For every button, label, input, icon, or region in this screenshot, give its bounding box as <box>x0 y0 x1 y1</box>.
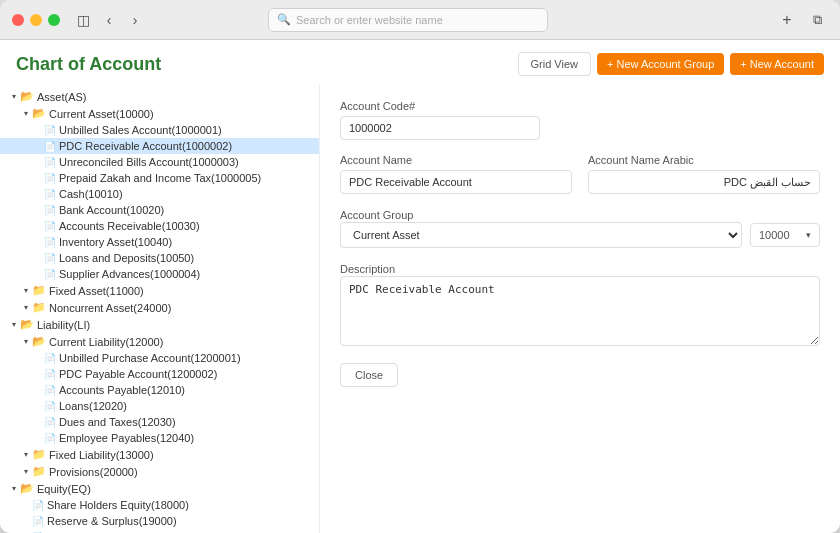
tree-item[interactable]: ▾ 📂 Current Liability(12000) <box>0 333 319 350</box>
tree-item[interactable]: ▾ 📄 PDC Receivable Account(1000002) <box>0 138 319 154</box>
close-button[interactable]: Close <box>340 363 398 387</box>
tree-label: Unreconciled Bills Account(1000003) <box>59 156 239 168</box>
address-bar[interactable]: 🔍 Search or enter website name <box>268 8 548 32</box>
tree-label: Accounts Receivable(10030) <box>59 220 200 232</box>
account-name-input[interactable] <box>340 170 572 194</box>
search-placeholder: Search or enter website name <box>296 14 443 26</box>
tree-item[interactable]: ▾ 📂 Asset(AS) <box>0 88 319 105</box>
toggle-icon[interactable]: ▾ <box>8 319 20 331</box>
toggle-icon[interactable]: ▾ <box>20 302 32 314</box>
toggle-icon[interactable]: ▾ <box>20 336 32 348</box>
file-icon: 📄 <box>44 369 56 380</box>
tree-item[interactable]: ▾ 📄 Unbilled Sales Account(1000001) <box>0 122 319 138</box>
tree-item[interactable]: ▾ 📄 Unbilled Purchase Account(1200001) <box>0 350 319 366</box>
tree-label: Prepaid Zakah and Income Tax(1000005) <box>59 172 261 184</box>
minimize-button[interactable] <box>30 14 42 26</box>
detail-panel: Account Code# Account Name Account Name … <box>320 84 840 533</box>
tree-label: Unbilled Purchase Account(1200001) <box>59 352 241 364</box>
account-name-arabic-input[interactable] <box>588 170 820 194</box>
account-group-code-value: 10000 <box>759 229 790 241</box>
file-icon: 📄 <box>44 141 56 152</box>
tree-item[interactable]: ▾ 📂 Liability(LI) <box>0 316 319 333</box>
new-account-button[interactable]: + New Account <box>730 53 824 75</box>
tree-item[interactable]: ▾ 📄 Prepaid Zakah and Income Tax(1000005… <box>0 170 319 186</box>
tree-item[interactable]: ▾ 📂 Current Asset(10000) <box>0 105 319 122</box>
tree-item[interactable]: ▾ 📄 Bank Account(10020) <box>0 202 319 218</box>
tree-label: Provisions(20000) <box>49 466 138 478</box>
forward-icon[interactable]: › <box>124 9 146 31</box>
tree-item[interactable]: ▾ 📁 Provisions(20000) <box>0 463 319 480</box>
account-name-label: Account Name <box>340 154 572 166</box>
account-code-input[interactable] <box>340 116 540 140</box>
file-icon: 📄 <box>44 385 56 396</box>
page-header: Chart of Account Grid View + New Account… <box>0 40 840 84</box>
file-icon: 📄 <box>44 417 56 428</box>
tree-item[interactable]: ▾ 📄 Cash(10010) <box>0 186 319 202</box>
account-name-row: Account Name Account Name Arabic <box>340 154 820 194</box>
back-icon[interactable]: ‹ <box>98 9 120 31</box>
main-content: Chart of Account Grid View + New Account… <box>0 40 840 533</box>
toggle-icon[interactable]: ▾ <box>8 483 20 495</box>
close-button[interactable] <box>12 14 24 26</box>
account-code-label: Account Code# <box>340 100 820 112</box>
folder-icon: 📂 <box>20 482 34 495</box>
tree-item[interactable]: ▾ 📁 Fixed Liability(13000) <box>0 446 319 463</box>
file-icon: 📄 <box>44 353 56 364</box>
tree-label: Reserve & Surplus(19000) <box>47 515 177 527</box>
tree-item[interactable]: ▾ 📄 Share Holders Equity(18000) <box>0 497 319 513</box>
tree-item[interactable]: ▾ 📄 Reserve & Surplus(19000) <box>0 513 319 529</box>
tree-item[interactable]: ▾ 📁 Noncurrent Asset(24000) <box>0 299 319 316</box>
tree-panel[interactable]: ▾ 📂 Asset(AS) ▾ 📂 Current Asset(10000) ▾… <box>0 84 320 533</box>
tree-label: Inventory Asset(10040) <box>59 236 172 248</box>
toggle-icon[interactable]: ▾ <box>8 91 20 103</box>
tree-label: Liability(LI) <box>37 319 90 331</box>
tree-item[interactable]: ▾ 📄 Loans(12020) <box>0 398 319 414</box>
account-code-row: Account Code# <box>340 100 820 140</box>
folder-icon: 📂 <box>20 90 34 103</box>
tree-label: Current Liability(12000) <box>49 336 163 348</box>
new-account-group-button[interactable]: + New Account Group <box>597 53 724 75</box>
file-icon: 📄 <box>44 433 56 444</box>
tree-item[interactable]: ▾ 📄 Loans and Deposits(10050) <box>0 250 319 266</box>
description-textarea[interactable]: PDC Receivable Account <box>340 276 820 346</box>
tree-item[interactable]: ▾ 📄 Accounts Receivable(10030) <box>0 218 319 234</box>
tree-item[interactable]: ▾ 📄 Inventory Asset(10040) <box>0 234 319 250</box>
file-icon: 📄 <box>44 205 56 216</box>
tree-item[interactable]: ▾ 📄 Dues and Taxes(12030) <box>0 414 319 430</box>
file-icon: 📄 <box>44 157 56 168</box>
tree-label: Share Holders Equity(18000) <box>47 499 189 511</box>
sidebar-toggle-icon[interactable]: ◫ <box>72 9 94 31</box>
tree-label: Fixed Asset(11000) <box>49 285 144 297</box>
account-name-arabic-group: Account Name Arabic <box>588 154 820 194</box>
account-group-code[interactable]: 10000 ▾ <box>750 223 820 247</box>
tree-item[interactable]: ▾ 📁 Fixed Asset(11000) <box>0 282 319 299</box>
maximize-button[interactable] <box>48 14 60 26</box>
tree-item[interactable]: ▾ 📄 Employee Payables(12040) <box>0 430 319 446</box>
file-icon: 📄 <box>44 189 56 200</box>
description-label: Description <box>340 263 395 275</box>
account-group-select[interactable]: Current Asset <box>340 222 742 248</box>
page-title: Chart of Account <box>16 54 161 75</box>
tree-label: Asset(AS) <box>37 91 87 103</box>
toggle-icon[interactable]: ▾ <box>20 285 32 297</box>
folder-icon: 📁 <box>32 465 46 478</box>
tree-item[interactable]: ▾ 📄 Accounts Payable(12010) <box>0 382 319 398</box>
tree-item[interactable]: ▾ 📂 Equity(EQ) <box>0 480 319 497</box>
grid-view-button[interactable]: Grid View <box>518 52 591 76</box>
file-icon: 📄 <box>44 125 56 136</box>
tree-label: Accounts Payable(12010) <box>59 384 185 396</box>
tree-item[interactable]: ▾ 📄 PDC Payable Account(1200002) <box>0 366 319 382</box>
tree-label: Fixed Liability(13000) <box>49 449 154 461</box>
tree-item[interactable]: ▾ 📄 Supplier Advances(1000004) <box>0 266 319 282</box>
tree-item[interactable]: ▾ 📄 Shareholders Capital Account(21000) <box>0 529 319 533</box>
file-icon: 📄 <box>32 516 44 527</box>
toggle-icon[interactable]: ▾ <box>20 108 32 120</box>
titlebar: ◫ ‹ › 🔍 Search or enter website name + ⧉ <box>0 0 840 40</box>
toggle-icon[interactable]: ▾ <box>20 449 32 461</box>
tree-item[interactable]: ▾ 📄 Unreconciled Bills Account(1000003) <box>0 154 319 170</box>
folder-icon: 📁 <box>32 301 46 314</box>
duplicate-icon[interactable]: ⧉ <box>806 9 828 31</box>
toggle-icon[interactable]: ▾ <box>20 466 32 478</box>
new-tab-icon[interactable]: + <box>776 9 798 31</box>
folder-icon: 📂 <box>32 107 46 120</box>
